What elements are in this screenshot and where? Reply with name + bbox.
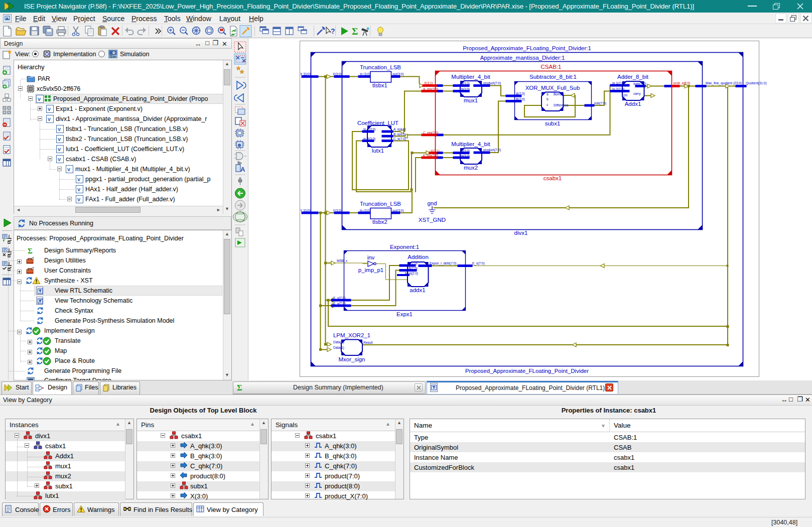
svg-text:Mod(2:0): Mod(2:0): [405, 272, 418, 276]
svg-text:X(3:1): X(3:1): [424, 81, 433, 85]
svg-text:A: A: [240, 166, 245, 173]
svg-text:Expx1: Expx1: [396, 311, 413, 317]
svg-text:Multiplier_4_bit: Multiplier_4_bit: [451, 141, 490, 147]
svg-text:prob_s(8:0): prob_s(8:0): [673, 81, 690, 85]
svg-text:v: v: [48, 116, 51, 122]
svg-text:MSB_x: MSB_x: [337, 259, 348, 263]
svg-text:Result: Result: [363, 341, 373, 344]
svg-text:product(7:0): product(7:0): [483, 148, 501, 152]
svg-text:B(7:0): B(7:0): [516, 97, 525, 101]
svg-text:Addition: Addition: [408, 254, 429, 260]
svg-text:v: v: [58, 136, 61, 142]
svg-text:v: v: [58, 146, 61, 152]
svg-text:In (3:0): In (3:0): [360, 72, 370, 76]
svg-text:b: b: [547, 97, 549, 101]
svg-text:Addx1: Addx1: [625, 101, 641, 107]
svg-text:mux1: mux1: [464, 97, 478, 103]
svg-text:a(3:0): a(3:0): [461, 82, 470, 86]
svg-text:Σ: Σ: [352, 26, 358, 37]
svg-text:v: v: [58, 156, 61, 162]
svg-text:Proposed_Approximate_FLoating_: Proposed_Approximate_FLoating_Point_Divi…: [465, 368, 589, 374]
svg-text:divx1: divx1: [514, 230, 528, 236]
svg-text:Max_fine_quotient (23:0): Max_fine_quotient (23:0): [706, 81, 742, 85]
svg-text:v: v: [77, 186, 81, 192]
svg-text:Difference: Difference: [554, 103, 569, 107]
svg-text:Proposed_Approximate_FLoating_: Proposed_Approximate_FLoating_Point_Divi…: [463, 45, 591, 51]
svg-text:C_k(7:0): C_k(7:0): [393, 137, 406, 141]
svg-text:B(7:0): B(7:0): [409, 267, 418, 271]
svg-text:v: v: [48, 106, 51, 112]
svg-text:v: v: [58, 126, 61, 132]
svg-text:Expon_I_debt(7:0): Expon_I_debt(7:0): [430, 261, 456, 266]
svg-text:v: v: [67, 166, 71, 172]
svg-text:Y 31(0): Y 31(0): [300, 209, 311, 213]
svg-text:a: a: [547, 92, 549, 96]
svg-text:Coefficient_LUT: Coefficient_LUT: [357, 120, 398, 126]
svg-text:LPM_XOR2_1: LPM_XOR2_1: [333, 332, 370, 338]
svg-text:sum(7:0): sum(7:0): [633, 82, 646, 86]
svg-text:Exponent:1: Exponent:1: [390, 244, 419, 250]
svg-text:Σ: Σ: [28, 247, 33, 254]
svg-text:gnd: gnd: [427, 200, 437, 206]
svg-text:product(7:0): product(7:0): [483, 81, 501, 85]
svg-text:K_eta(3:0): K_eta(3:0): [423, 154, 438, 158]
svg-text:A(7:0): A(7:0): [516, 92, 525, 96]
svg-text:Truncation_LSB: Truncation_LSB: [360, 201, 401, 207]
svg-text:p_imp_p1: p_imp_p1: [358, 267, 384, 273]
svg-text:?: ?: [331, 27, 335, 35]
svg-text:inv: inv: [367, 254, 375, 260]
svg-text:C_eta(7:0): C_eta(7:0): [423, 131, 439, 135]
svg-text:A(7:0): A(7:0): [409, 261, 418, 266]
svg-text:In (3:0): In (3:0): [360, 209, 370, 213]
svg-text:subx1: subx1: [545, 120, 561, 126]
svg-text:E_y(7:0): E_y(7:0): [333, 302, 346, 306]
svg-text:In 1(7:0): In 1(7:0): [612, 81, 624, 85]
svg-text:mux2: mux2: [464, 165, 478, 171]
svg-text:Quotient(31:0): Quotient(31:0): [746, 81, 767, 85]
svg-text:X(3:0): X(3:0): [333, 72, 342, 76]
svg-text:Subtractor_8_bit:1: Subtractor_8_bit:1: [529, 74, 577, 80]
svg-text:CSAB:1: CSAB:1: [541, 64, 562, 70]
svg-text:Y(3:0): Y(3:0): [333, 209, 342, 213]
svg-text:tlsbx2: tlsbx2: [372, 219, 387, 225]
svg-text:A_eta(3:0): A_eta(3:0): [423, 87, 438, 91]
svg-text:In 2(7:0): In 2(7:0): [612, 87, 624, 91]
svg-text:b(3:0): b(3:0): [461, 154, 470, 158]
svg-text:cin: cin: [623, 93, 628, 97]
svg-text:Data(0): Data(0): [333, 340, 344, 344]
svg-text:A_k(4:0): A_k(4:0): [393, 127, 406, 131]
svg-text:X 31(0): X 31(0): [300, 72, 311, 76]
svg-text:Σ: Σ: [237, 383, 242, 391]
svg-text:Borrow: Borrow: [554, 92, 564, 96]
svg-text:v: v: [38, 96, 41, 102]
svg-text:csabx1: csabx1: [544, 175, 562, 181]
svg-text:Truncation_LSB: Truncation_LSB: [360, 64, 401, 70]
svg-text:Multiplier_4_bit: Multiplier_4_bit: [451, 74, 490, 80]
svg-text:a(3:0): a(3:0): [461, 149, 470, 153]
svg-text:Adder_8_bit: Adder_8_bit: [617, 74, 649, 80]
svg-text:Approximate_mantissa_Divider:1: Approximate_mantissa_Divider:1: [480, 55, 565, 61]
svg-text:B_k(4:0): B_k(4:0): [393, 133, 406, 137]
svg-text:b(3:0): b(3:0): [461, 87, 470, 91]
svg-text:v: v: [77, 196, 81, 202]
svg-text:XST_GND: XST_GND: [419, 217, 446, 223]
svg-text:carry: carry: [633, 92, 641, 96]
svg-text:XOR_MUX_Full_Sub: XOR_MUX_Full_Sub: [525, 85, 580, 91]
svg-text:Y(3:1): Y(3:1): [431, 149, 440, 153]
svg-text:Mxor_sign: Mxor_sign: [338, 356, 365, 362]
svg-text:out(3:0): out(3:0): [392, 72, 403, 76]
svg-text:⊙: ⊙: [238, 143, 241, 148]
svg-text:addx1: addx1: [410, 287, 425, 293]
svg-text:v: v: [77, 176, 81, 182]
svg-text:lutx1: lutx1: [372, 148, 384, 154]
svg-text:Data(1): Data(1): [333, 346, 344, 350]
svg-text:out(3:0): out(3:0): [392, 209, 403, 213]
svg-text:E_s(7:0): E_s(7:0): [472, 261, 485, 266]
svg-text:E_x(7:0): E_x(7:0): [333, 296, 346, 300]
svg-text:ISim: ISim: [109, 55, 116, 58]
svg-text:In 2(3:0): In 2(3:0): [363, 137, 375, 141]
svg-text:In 1(3:0): In 1(3:0): [363, 127, 375, 131]
svg-text:tlsbx1: tlsbx1: [372, 82, 387, 88]
svg-text:sub(7:0): sub(7:0): [594, 101, 606, 105]
